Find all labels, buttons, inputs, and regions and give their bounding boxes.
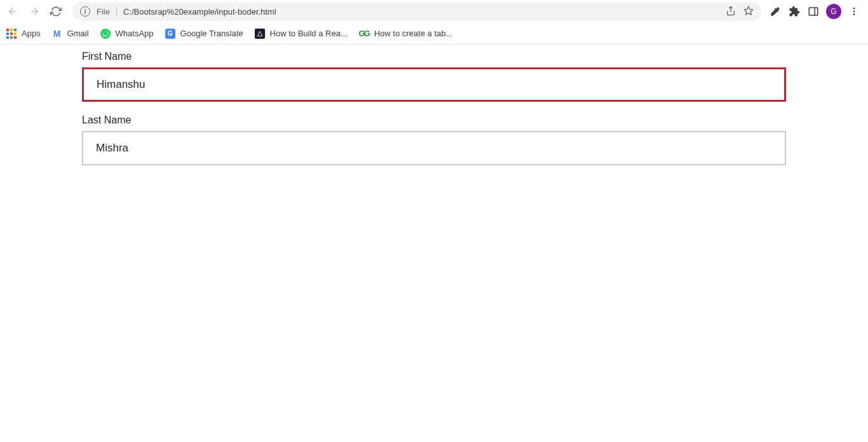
google-translate-icon: G	[165, 29, 175, 39]
sidepanel-icon[interactable]	[807, 5, 820, 18]
bookmark-label: How to Build a Rea...	[270, 29, 348, 38]
bookmarks-bar: Apps M Gmail WhatsApp G Google Translate…	[0, 23, 868, 45]
site-info-icon[interactable]: i	[80, 6, 90, 17]
toolbar-right: G	[769, 4, 864, 19]
acode-icon	[255, 29, 265, 39]
svg-marker-0	[744, 6, 752, 15]
svg-point-4	[853, 11, 855, 13]
whatsapp-icon	[100, 29, 111, 39]
bookmark-label: Gmail	[67, 29, 89, 38]
apps-grid-icon	[6, 29, 17, 39]
star-icon[interactable]	[743, 6, 754, 18]
separator	[116, 6, 117, 17]
last-name-input[interactable]	[82, 131, 786, 165]
menu-icon[interactable]	[848, 5, 860, 18]
page-content: First Name Last Name	[0, 45, 868, 172]
bookmark-google-translate[interactable]: G Google Translate	[165, 29, 243, 39]
bookmark-howbuild[interactable]: How to Build a Rea...	[255, 29, 348, 39]
url-path: C:/Bootsrap%20example/input-boder.html	[123, 7, 719, 17]
first-name-label: First Name	[82, 51, 786, 62]
bookmark-label: WhatsApp	[116, 29, 154, 38]
bookmark-howcreate[interactable]: GG How to create a tab...	[359, 29, 453, 39]
geeksforgeeks-icon: GG	[359, 29, 369, 39]
bookmark-label: How to create a tab...	[374, 29, 453, 38]
bookmark-apps[interactable]: Apps	[6, 29, 41, 39]
svg-point-3	[853, 8, 855, 10]
svg-rect-1	[809, 8, 818, 15]
profile-avatar[interactable]: G	[826, 4, 841, 19]
bookmark-whatsapp[interactable]: WhatsApp	[100, 29, 154, 39]
svg-point-5	[853, 13, 855, 15]
address-bar[interactable]: i File C:/Bootsrap%20example/input-boder…	[72, 2, 761, 21]
bookmark-label: Apps	[22, 29, 41, 38]
back-button[interactable]	[4, 3, 22, 20]
browser-toolbar: i File C:/Bootsrap%20example/input-boder…	[0, 0, 868, 23]
last-name-label: Last Name	[82, 114, 786, 126]
bookmark-gmail[interactable]: M Gmail	[52, 29, 89, 39]
eyedropper-icon[interactable]	[769, 5, 782, 18]
gmail-icon: M	[52, 29, 62, 39]
extensions-icon[interactable]	[788, 5, 801, 18]
first-name-input[interactable]	[82, 67, 786, 102]
url-scheme: File	[97, 7, 110, 17]
share-icon[interactable]	[726, 6, 736, 18]
reload-button[interactable]	[47, 3, 65, 20]
forward-button[interactable]	[25, 3, 43, 20]
bookmark-label: Google Translate	[180, 29, 243, 38]
